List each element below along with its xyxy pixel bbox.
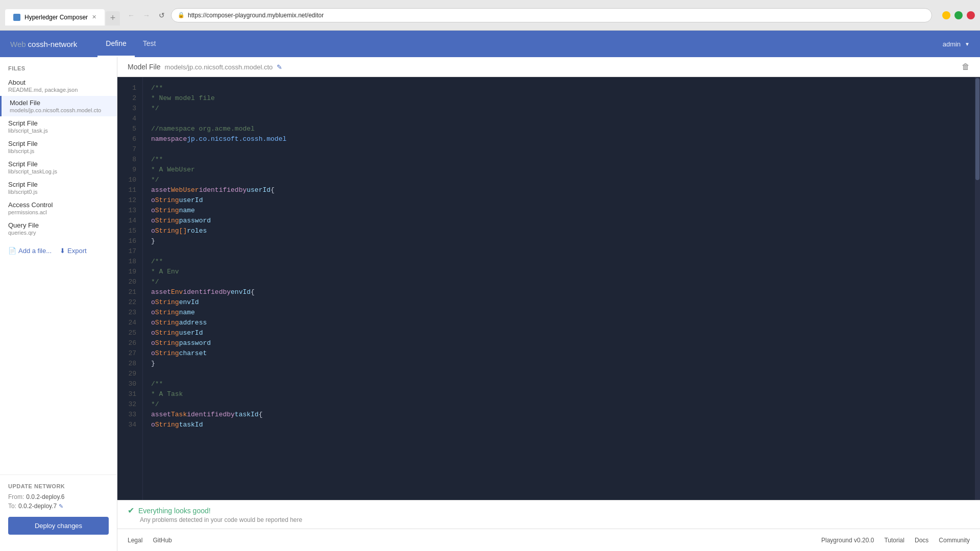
code-line: /** (151, 83, 967, 93)
code-line: o String password (151, 338, 967, 348)
line-numbers: 1234567891011121314151617181920212223242… (117, 77, 143, 500)
tab-define[interactable]: Define (97, 31, 134, 57)
line-number: 2 (117, 93, 136, 104)
network-name: cossh-network (28, 40, 78, 48)
sidebar-item-model-file[interactable]: Model File models/jp.co.nicsoft.cossh.mo… (0, 96, 117, 116)
refresh-button[interactable]: ↺ (156, 9, 168, 21)
tab-test[interactable]: Test (135, 31, 164, 57)
window-controls (942, 11, 975, 19)
export-button[interactable]: ⬇ Export (60, 247, 87, 255)
sidebar: FILES About README.md, package.json Mode… (0, 57, 117, 551)
sidebar-item-script[interactable]: Script File lib/script.js (0, 137, 117, 157)
code-line: */ (151, 399, 967, 410)
code-editor[interactable]: 1234567891011121314151617181920212223242… (117, 77, 980, 500)
sidebar-item-acl-title: Access Control (8, 201, 109, 209)
code-line: } (151, 236, 967, 246)
code-line: o String userId (151, 195, 967, 206)
sidebar-item-script-task-subtitle: lib/script_task.js (8, 128, 109, 134)
code-content[interactable]: /** * New model file */ //namespace org.… (143, 77, 975, 500)
lock-icon: 🔒 (178, 12, 185, 18)
chevron-down-icon: ▼ (965, 41, 970, 47)
add-file-button[interactable]: 📄 Add a file... (8, 247, 52, 255)
sidebar-item-script-tasklog-title: Script File (8, 160, 109, 168)
add-file-label: Add a file... (18, 247, 52, 255)
sidebar-actions: 📄 Add a file... ⬇ Export (0, 239, 117, 263)
line-number: 22 (117, 297, 136, 308)
tab-close-icon[interactable]: ✕ (92, 14, 96, 20)
footer-community-link[interactable]: Community (939, 537, 970, 544)
line-number: 5 (117, 124, 136, 134)
code-line: o String envId (151, 297, 967, 308)
code-line: * New model file (151, 93, 967, 104)
sidebar-item-query[interactable]: Query File queries.qry (0, 218, 117, 239)
editor-header-title: Model File (128, 63, 161, 71)
from-label: From: (8, 493, 24, 500)
line-number: 19 (117, 267, 136, 277)
line-number: 12 (117, 195, 136, 206)
line-number: 6 (117, 134, 136, 144)
admin-label: admin (943, 40, 961, 48)
back-button[interactable]: ← (125, 9, 137, 21)
scrollbar-thumb[interactable] (975, 78, 979, 180)
sidebar-item-script0-subtitle: lib/script0.js (8, 189, 109, 195)
code-line (151, 369, 967, 379)
to-edit-icon[interactable]: ✎ (59, 503, 63, 510)
line-number: 27 (117, 348, 136, 359)
sidebar-item-script0[interactable]: Script File lib/script0.js (0, 178, 117, 198)
minimize-button[interactable] (942, 11, 950, 19)
maximize-button[interactable] (954, 11, 963, 19)
add-file-icon: 📄 (8, 247, 16, 255)
line-number: 31 (117, 389, 136, 399)
code-line: * A WebUser (151, 165, 967, 175)
footer-legal-link[interactable]: Legal (128, 537, 142, 544)
from-value: 0.0.2-deploy.6 (26, 493, 64, 500)
scrollbar[interactable] (975, 77, 980, 500)
line-number: 18 (117, 257, 136, 267)
footer-github-link[interactable]: GitHub (153, 537, 172, 544)
browser-chrome: Hyperledger Composer ✕ + ← → ↺ 🔒 https:/… (0, 0, 980, 31)
browser-tab[interactable]: Hyperledger Composer ✕ (5, 9, 105, 26)
code-line: o String address (151, 318, 967, 328)
code-line (151, 114, 967, 124)
sidebar-item-about[interactable]: About README.md, package.json (0, 76, 117, 96)
line-number: 14 (117, 216, 136, 226)
sidebar-item-script-tasklog-subtitle: lib/script_taskLog.js (8, 168, 109, 174)
editor-area: Model File models/jp.co.nicsoft.cossh.mo… (117, 57, 980, 551)
from-row: From: 0.0.2-deploy.6 (8, 493, 109, 500)
code-line: o String userId (151, 328, 967, 338)
line-number: 21 (117, 287, 136, 297)
address-bar[interactable]: 🔒 https://composer-playground.mybluemix.… (171, 8, 932, 22)
sidebar-item-script-tasklog[interactable]: Script File lib/script_taskLog.js (0, 157, 117, 178)
line-number: 32 (117, 399, 136, 410)
footer-tutorial-link[interactable]: Tutorial (884, 537, 904, 544)
line-number: 26 (117, 338, 136, 348)
code-line: * A Task (151, 389, 967, 399)
app-title: Webcossh-network (10, 40, 77, 48)
line-number: 30 (117, 379, 136, 389)
new-tab-button[interactable]: + (106, 11, 120, 26)
code-line: asset Env identified by envId { (151, 287, 967, 297)
tab-label: Hyperledger Composer (24, 14, 88, 21)
update-network-title: UPDATE NETWORK (8, 483, 109, 489)
line-number: 15 (117, 226, 136, 236)
sidebar-item-model-subtitle: models/jp.co.nicsoft.cossh.model.cto (10, 107, 109, 113)
forward-button[interactable]: → (140, 9, 153, 21)
code-line: */ (151, 277, 967, 287)
code-line: /** (151, 155, 967, 165)
status-ok: ✔ Everything looks good! (128, 506, 970, 515)
delete-file-icon[interactable]: 🗑 (962, 62, 970, 71)
footer-playground-version: Playground v0.20.0 (821, 537, 874, 544)
code-line: asset Task identified by taskId { (151, 410, 967, 420)
line-number: 28 (117, 359, 136, 369)
line-number: 7 (117, 144, 136, 155)
status-sub: Any problems detected in your code would… (128, 516, 970, 523)
deploy-changes-button[interactable]: Deploy changes (8, 517, 109, 535)
rename-file-icon[interactable]: ✎ (277, 63, 282, 71)
footer-docs-link[interactable]: Docs (915, 537, 928, 544)
code-line: */ (151, 175, 967, 185)
update-network-section: UPDATE NETWORK From: 0.0.2-deploy.6 To: … (0, 474, 117, 543)
sidebar-item-script-task[interactable]: Script File lib/script_task.js (0, 116, 117, 137)
close-button[interactable] (967, 11, 975, 19)
sidebar-item-acl[interactable]: Access Control permissions.acl (0, 198, 117, 218)
admin-menu[interactable]: admin ▼ (943, 40, 970, 48)
